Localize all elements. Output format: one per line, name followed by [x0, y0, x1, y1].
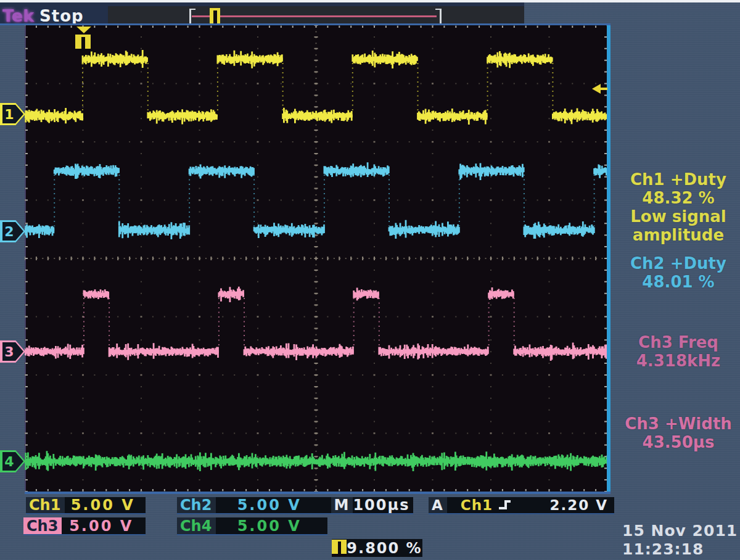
- measurement-line: Low signal: [614, 207, 740, 226]
- channel-marker-digit: 3: [0, 340, 18, 363]
- time-label: 11:23:18: [622, 540, 740, 559]
- tek-logo: Tek: [2, 6, 34, 25]
- trigger-a-label: A: [429, 497, 447, 513]
- ch3-label: Ch3: [23, 517, 62, 534]
- trigger-position-readout: 9.800 %: [332, 539, 422, 557]
- measurement-line: 48.32 %: [614, 189, 740, 207]
- measurement-line: 43.50µs: [614, 433, 740, 451]
- rising-edge-icon: [499, 500, 512, 511]
- measurement-line: 48.01 %: [614, 273, 740, 291]
- measurement-line: Ch1 +Duty: [614, 170, 740, 189]
- measurement-line: Ch3 Freq: [614, 333, 740, 352]
- measurement-line: Ch3 +Width: [614, 414, 740, 433]
- measurement-line: Ch2 +Duty: [614, 254, 740, 273]
- record-span-line: [192, 15, 437, 17]
- trigger-flag-icon: [332, 540, 347, 556]
- ch1-label: Ch1: [26, 497, 65, 513]
- channel-marker-ch1: 1: [0, 103, 25, 125]
- measurement-block-3: Ch3 Freq4.318kHz: [614, 333, 740, 370]
- date-label: 15 Nov 2011: [622, 522, 740, 540]
- trigger-level-value: 2.20 V: [521, 497, 614, 513]
- timebase-readout: M 100µs: [327, 497, 413, 514]
- channel-marker-digit: 2: [0, 220, 18, 242]
- ch3-scale-value: 5.00 V: [62, 517, 146, 535]
- trigger-readout: A Ch1 2.20 V: [429, 497, 614, 514]
- channel-marker-ch3: 3: [0, 340, 25, 363]
- trigger-position-flag-icon: [75, 35, 91, 51]
- measurement-block-2: Ch2 +Duty48.01 %: [614, 254, 740, 291]
- ch2-label: Ch2: [177, 497, 216, 513]
- measurement-block-4: Ch3 +Width43.50µs: [614, 414, 740, 451]
- ch3-scale-readout: Ch3 5.00 V: [23, 517, 146, 535]
- acquisition-status: Stop: [39, 7, 84, 25]
- ch2-scale-value: 5.00 V: [216, 496, 327, 514]
- graticule-right-border: [607, 25, 610, 494]
- measurement-line: amplitude: [614, 226, 740, 244]
- ch4-scale-value: 5.00 V: [216, 517, 327, 535]
- trigger-source: Ch1: [461, 497, 493, 513]
- trigger-position-arrow-icon: [76, 27, 91, 33]
- datetime: 15 Nov 2011 11:23:18: [622, 522, 740, 559]
- timebase-value: 100µs: [353, 496, 409, 514]
- measurement-block-1: Ch1 +Duty48.32 %Low signalamplitude: [614, 170, 740, 244]
- ch4-scale-readout: Ch4 5.00 V: [177, 517, 327, 535]
- graticule-bottom-border: [25, 492, 610, 494]
- channel-marker-ch2: 2: [0, 220, 25, 242]
- timebase-label: M: [331, 497, 353, 513]
- channel-marker-digit: 4: [0, 450, 18, 472]
- channel-marker-ch4: 4: [0, 450, 25, 472]
- ch1-scale-value: 5.00 V: [65, 496, 146, 514]
- channel-marker-digit: 1: [0, 103, 18, 125]
- measurement-line: 4.318kHz: [614, 352, 740, 370]
- trigger-position-value: 9.800 %: [347, 540, 422, 557]
- waveform-plot: [25, 25, 607, 492]
- trigger-level-arrow-icon: [592, 84, 607, 94]
- menu-bar: Tek Stop: [0, 2, 524, 23]
- ch4-label: Ch4: [177, 517, 216, 534]
- ch2-scale-readout: Ch2 5.00 V: [177, 497, 327, 514]
- ch1-scale-readout: Ch1 5.00 V: [26, 497, 146, 514]
